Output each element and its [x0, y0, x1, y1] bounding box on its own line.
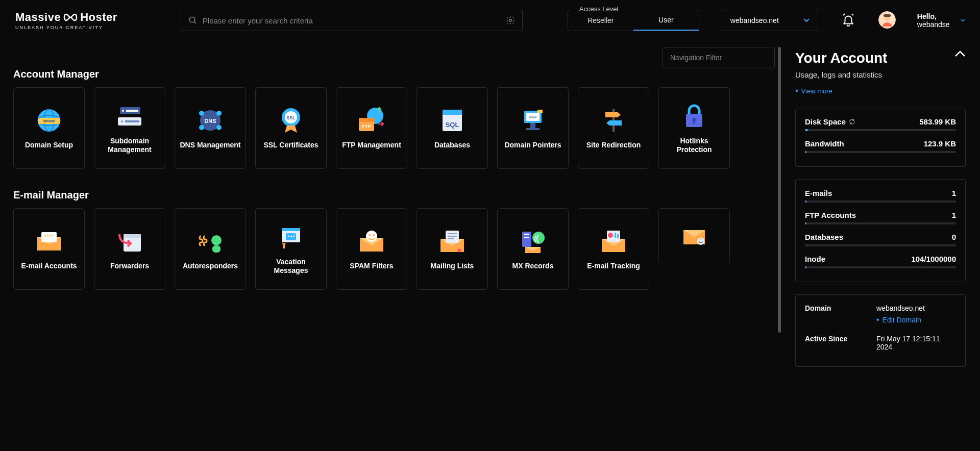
- spam-icon: [358, 229, 385, 254]
- tile-databases[interactable]: SQL Databases: [416, 87, 488, 169]
- svg-point-44: [44, 235, 46, 237]
- svg-point-45: [47, 235, 48, 237]
- tile-ssl-certificates[interactable]: SSL SSL Certificates: [255, 87, 327, 169]
- tile-mailing-lists[interactable]: Mailing Lists: [416, 208, 488, 290]
- email-tiles: E-mail Accounts Forwarders Autoresponder…: [13, 208, 768, 290]
- dns-icon: DNS: [196, 106, 225, 135]
- svg-point-56: [291, 235, 292, 237]
- tile-label: Hotlinks Protection: [663, 137, 725, 155]
- tile-label: Vacation Messages: [260, 258, 322, 275]
- tile-email-tracking[interactable]: E-mail Tracking: [578, 208, 649, 290]
- tile-label: Forwarders: [110, 262, 149, 271]
- navigation-filter-input[interactable]: [670, 54, 767, 62]
- access-level-label: Access Level: [576, 5, 622, 13]
- svg-point-74: [697, 238, 704, 245]
- tile-domain-setup[interactable]: WWW Domain Setup: [13, 87, 85, 169]
- stat-value: 1: [952, 189, 956, 197]
- tile-label: Databases: [434, 141, 470, 150]
- avatar-icon: [878, 11, 896, 29]
- tile-label: Autoresponders: [183, 262, 238, 271]
- navigation-filter[interactable]: [663, 47, 775, 68]
- stat-label: Bandwidth: [805, 139, 844, 148]
- email-tracking-icon: [600, 229, 627, 254]
- tile-dns-management[interactable]: DNS DNS Management: [175, 87, 246, 169]
- notifications-button[interactable]: [842, 13, 855, 28]
- svg-point-21: [199, 125, 204, 130]
- user-menu[interactable]: Hello, webandse: [917, 12, 965, 29]
- lock-icon: [683, 104, 705, 129]
- stat-bar: [805, 222, 956, 224]
- domain-dropdown[interactable]: webandseo.net: [722, 10, 818, 31]
- usage-panel-2: E-mails1 FTP Accounts1 Databases0 Inode1…: [795, 179, 966, 282]
- stat-bar: [805, 129, 956, 131]
- tile-label: SSL Certificates: [263, 141, 318, 150]
- tile-label: E-mail Accounts: [21, 262, 77, 271]
- scrollbar[interactable]: [778, 47, 781, 333]
- logo-main: Massive Hoster: [15, 11, 117, 24]
- tile-email-accounts[interactable]: E-mail Accounts: [13, 208, 85, 290]
- view-more-link[interactable]: View more: [795, 86, 887, 95]
- tile-mx-records[interactable]: MX Records: [497, 208, 569, 290]
- tile-label: FTP Management: [342, 141, 401, 150]
- avatar[interactable]: [878, 11, 896, 30]
- tile-site-redirection[interactable]: Site Redirection: [578, 87, 649, 169]
- svg-point-59: [366, 231, 377, 242]
- svg-rect-5: [884, 14, 891, 17]
- svg-rect-31: [443, 110, 462, 115]
- svg-point-60: [369, 234, 371, 236]
- svg-rect-37: [526, 128, 540, 130]
- info-key-domain: Domain: [805, 304, 876, 324]
- logo[interactable]: Massive Hoster UNLEASH YOUR CREATIVITY: [15, 11, 117, 30]
- tile-vacation-messages[interactable]: Vacation Messages: [255, 208, 327, 290]
- svg-rect-68: [524, 237, 529, 238]
- svg-rect-53: [282, 228, 300, 231]
- tile-label: DNS Management: [180, 141, 240, 150]
- stat-label: Disk Space: [805, 117, 846, 126]
- domain-pointers-icon: www: [519, 108, 547, 133]
- access-tab-user[interactable]: User: [633, 10, 699, 31]
- ssl-badge-icon: SSL: [278, 106, 304, 135]
- search-bar[interactable]: [181, 10, 523, 31]
- logo-text-left: Massive: [15, 11, 61, 24]
- ftp-icon: FTP: [357, 107, 386, 134]
- tile-ftp-management[interactable]: FTP FTP Management: [336, 87, 407, 169]
- access-tab-reseller[interactable]: Reseller: [568, 10, 633, 31]
- tile-forwarders[interactable]: Forwarders: [94, 208, 165, 290]
- domain-info-panel: Domain webandseo.net Edit Domain Active …: [795, 294, 966, 367]
- globe-www-icon: WWW: [35, 107, 63, 134]
- svg-point-12: [122, 110, 124, 112]
- svg-text:SSL: SSL: [286, 115, 296, 120]
- tile-domain-pointers[interactable]: www Domain Pointers: [497, 87, 569, 169]
- tile-label: SPAM Filters: [350, 262, 393, 271]
- tile-email-extra[interactable]: [658, 208, 730, 264]
- logo-text-right: Hoster: [80, 11, 117, 24]
- tile-spam-filters[interactable]: SPAM Filters: [336, 208, 407, 290]
- tile-subdomain-management[interactable]: Subdomain Management: [94, 87, 165, 169]
- svg-rect-64: [448, 236, 457, 237]
- access-level-switch: Access Level Reseller User: [568, 10, 699, 31]
- tile-label: MX Records: [512, 262, 554, 271]
- logo-tagline: UNLEASH YOUR CREATIVITY: [15, 25, 117, 30]
- tile-hotlinks-protection[interactable]: Hotlinks Protection: [658, 87, 730, 169]
- envelope-sync-icon: [681, 226, 707, 246]
- collapse-icon[interactable]: [954, 50, 966, 57]
- gear-icon[interactable]: [506, 16, 515, 25]
- stat-label: FTP Accounts: [805, 211, 856, 219]
- svg-rect-65: [448, 238, 454, 239]
- tile-autoresponders[interactable]: Autoresponders: [175, 208, 246, 290]
- refresh-icon[interactable]: [849, 118, 855, 125]
- edit-domain-link[interactable]: Edit Domain: [876, 315, 956, 324]
- stat-bar: [805, 201, 956, 203]
- search-input[interactable]: [203, 16, 506, 25]
- tile-label: Domain Pointers: [504, 141, 561, 150]
- svg-rect-73: [617, 234, 619, 238]
- stat-bar: [805, 266, 956, 268]
- svg-rect-49: [124, 234, 141, 238]
- svg-text:FTP: FTP: [362, 124, 371, 129]
- svg-rect-63: [448, 233, 457, 234]
- account-tiles: WWW Domain Setup Subdomain Management DN…: [13, 87, 768, 169]
- svg-rect-38: [537, 110, 543, 113]
- forward-icon: [116, 229, 143, 254]
- svg-point-57: [293, 235, 295, 237]
- subdomain-icon: [116, 105, 143, 128]
